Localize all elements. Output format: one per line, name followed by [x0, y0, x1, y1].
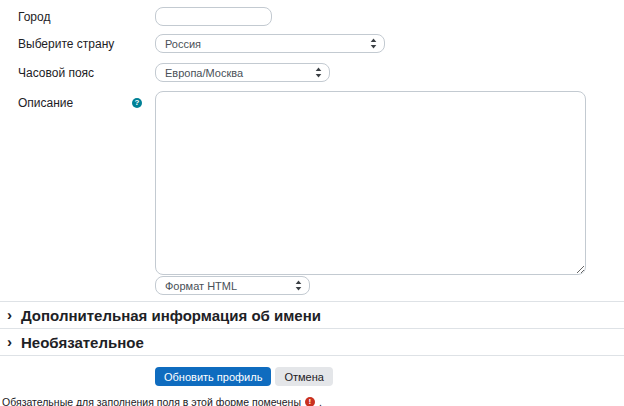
- required-fields-suffix: .: [319, 396, 322, 406]
- format-select-value: Формат HTML: [165, 280, 237, 292]
- form-row-description: Описание ?: [0, 91, 624, 275]
- form-row-timezone: Часовой пояс Европа/Москва: [0, 63, 624, 82]
- chevron-right-icon: ›: [7, 334, 12, 349]
- profile-edit-form: Город Выберите страну Россия Часовой поя…: [0, 0, 624, 406]
- section-header-additional-names[interactable]: › Дополнительная информация об имени: [0, 302, 624, 328]
- required-fields-note: Обязательные для заполнения поля в этой …: [0, 396, 624, 406]
- description-label: Описание: [18, 96, 73, 110]
- city-label: Город: [0, 10, 155, 24]
- timezone-label: Часовой пояс: [0, 66, 155, 80]
- form-row-city: Город: [0, 0, 624, 26]
- exclamation-circle-icon: !: [305, 397, 315, 406]
- chevron-right-icon: ›: [7, 307, 12, 322]
- select-stepper-icon: [370, 38, 377, 49]
- country-label: Выберите страну: [0, 37, 155, 51]
- section-header-optional[interactable]: › Необязательное: [0, 329, 624, 355]
- city-input[interactable]: [155, 7, 272, 26]
- form-row-country: Выберите страну Россия: [0, 34, 624, 53]
- section-divider: [0, 355, 624, 356]
- select-stepper-icon: [315, 67, 322, 78]
- section-title: Дополнительная информация об имени: [21, 307, 321, 324]
- section-title: Необязательное: [21, 334, 144, 351]
- cancel-button[interactable]: Отмена: [275, 367, 332, 386]
- update-profile-button[interactable]: Обновить профиль: [155, 367, 271, 386]
- form-row-format: Формат HTML: [155, 276, 624, 295]
- timezone-select-value: Европа/Москва: [165, 67, 243, 79]
- required-fields-text: Обязательные для заполнения поля в этой …: [2, 396, 301, 406]
- form-actions: Обновить профиль Отмена: [155, 367, 624, 386]
- select-stepper-icon: [295, 280, 302, 291]
- country-select[interactable]: Россия: [155, 34, 385, 53]
- timezone-select[interactable]: Европа/Москва: [155, 63, 330, 82]
- format-select[interactable]: Формат HTML: [155, 276, 310, 295]
- help-icon[interactable]: ?: [132, 98, 142, 108]
- description-textarea[interactable]: [155, 91, 586, 275]
- country-select-value: Россия: [165, 38, 201, 50]
